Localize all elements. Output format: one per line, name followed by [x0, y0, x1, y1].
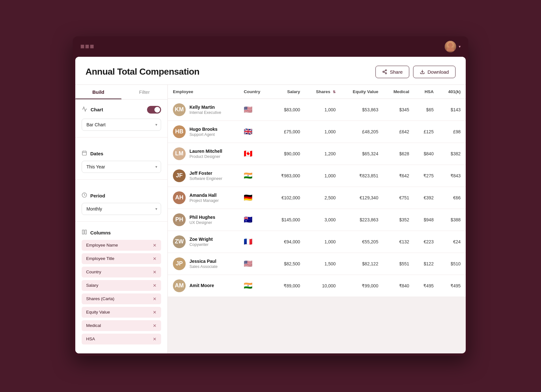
remove-medical[interactable]: ✕ — [153, 323, 157, 328]
col-header-country[interactable]: Country — [239, 85, 270, 99]
column-tag-salary: Salary ✕ — [82, 280, 161, 291]
svg-point-2 — [385, 73, 387, 74]
cell-medical-2: £642 — [383, 121, 414, 143]
cell-salary-4: ₹983,000 — [270, 165, 305, 187]
cell-salary-8: $82,500 — [270, 253, 305, 275]
table-area: Employee Country Salary Shares ⇅ — [168, 85, 466, 353]
app-window: ≡≡≡ ▾ Annual Total Compensation Share — [73, 36, 468, 356]
period-dropdown: Monthly Quarterly Annually ▾ — [82, 203, 161, 215]
emp-title-4: Software Engineer — [189, 176, 222, 181]
shares-sort-icon: ⇅ — [333, 90, 336, 94]
cell-equity-5: €129,340 — [341, 187, 383, 209]
chart-toggle-label: Chart — [82, 106, 103, 113]
remove-country[interactable]: ✕ — [153, 270, 157, 275]
col-header-employee[interactable]: Employee — [168, 85, 239, 99]
remove-shares[interactable]: ✕ — [153, 296, 157, 301]
table-row: KM Kelly Martin Internal Executive 🇺🇸 $8… — [168, 99, 466, 121]
cell-country-7: 🇫🇷 — [239, 231, 270, 253]
cell-employee-2: HB Hugo Brooks Support Agent — [168, 121, 239, 143]
table-row: PH Phil Hughes UX Designer 🇦🇺 $145,000 3… — [168, 209, 466, 231]
cell-salary-3: $90,000 — [270, 143, 305, 165]
sidebar-tabs: Build Filter — [75, 85, 167, 100]
cell-country-2: 🇬🇧 — [239, 121, 270, 143]
cell-country-9: 🇮🇳 — [239, 275, 270, 297]
col-header-salary[interactable]: Salary — [270, 85, 305, 99]
emp-avatar-8: JP — [173, 257, 186, 270]
period-select[interactable]: Monthly Quarterly Annually — [82, 203, 161, 215]
cell-salary-2: £75,000 — [270, 121, 305, 143]
cell-medical-9: ₹840 — [383, 275, 414, 297]
emp-avatar-4: JF — [173, 169, 186, 182]
cell-shares-6: 3,000 — [305, 209, 341, 231]
remove-hsa[interactable]: ✕ — [153, 337, 157, 342]
cell-country-5: 🇩🇪 — [239, 187, 270, 209]
col-header-medical[interactable]: Medical — [383, 85, 414, 99]
sidebar: Build Filter — [75, 85, 168, 353]
cell-equity-3: $65,324 — [341, 143, 383, 165]
cell-401k-6: $388 — [439, 209, 466, 231]
emp-avatar-7: ZW — [173, 235, 186, 248]
column-tag-employee-title: Employee Title ✕ — [82, 253, 161, 264]
cell-medical-8: $551 — [383, 253, 414, 275]
download-button[interactable]: Download — [413, 66, 456, 78]
page-title: Annual Total Compensation — [85, 67, 199, 77]
col-header-equity[interactable]: Equity Value — [341, 85, 383, 99]
cell-hsa-5: €392 — [414, 187, 439, 209]
svg-rect-12 — [85, 230, 86, 234]
app-logo: ≡≡≡ — [80, 42, 95, 51]
emp-name-8: Jessica Paul — [189, 259, 218, 264]
chart-toggle-row: Chart — [82, 106, 161, 114]
cell-country-8: 🇺🇸 — [239, 253, 270, 275]
tab-filter[interactable]: Filter — [122, 85, 168, 99]
cell-shares-1: 1,000 — [305, 99, 341, 121]
svg-rect-6 — [82, 151, 86, 155]
table-row: AM Amit Moore 🇮🇳 ₹89,000 10,000 ₹99,000 … — [168, 275, 466, 297]
cell-hsa-4: ₹275 — [414, 165, 439, 187]
cell-401k-5: €66 — [439, 187, 466, 209]
page-header: Annual Total Compensation Share Download — [75, 57, 466, 85]
cell-salary-9: ₹89,000 — [270, 275, 305, 297]
emp-title-5: Project Manager — [189, 198, 219, 203]
emp-flag-9: 🇮🇳 — [244, 282, 252, 290]
chart-toggle[interactable] — [147, 106, 161, 114]
cell-salary-1: $83,000 — [270, 99, 305, 121]
remove-equity[interactable]: ✕ — [153, 310, 157, 315]
svg-point-1 — [383, 71, 384, 72]
emp-flag-1: 🇺🇸 — [244, 106, 252, 114]
emp-avatar-1: KM — [173, 103, 186, 116]
cell-hsa-6: $948 — [414, 209, 439, 231]
divider-2 — [75, 179, 167, 180]
calendar-icon — [82, 150, 87, 157]
chart-type-select[interactable]: Bar Chart Line Chart Pie Chart — [82, 119, 161, 131]
cell-medical-3: $628 — [383, 143, 414, 165]
cell-employee-7: ZW Zoe Wright Copywriter — [168, 231, 239, 253]
cell-medical-1: $345 — [383, 99, 414, 121]
remove-salary[interactable]: ✕ — [153, 283, 157, 288]
remove-employee-name[interactable]: ✕ — [153, 243, 157, 248]
dates-select[interactable]: This Year Last Year Last 12 Months Custo… — [82, 161, 161, 173]
cell-employee-1: KM Kelly Martin Internal Executive — [168, 99, 239, 121]
cell-401k-2: £98 — [439, 121, 466, 143]
tab-build[interactable]: Build — [75, 85, 122, 99]
cell-employee-4: JF Jeff Foster Software Engineer — [168, 165, 239, 187]
emp-name-3: Lauren Mitchell — [189, 149, 222, 154]
share-button[interactable]: Share — [375, 66, 409, 78]
user-avatar[interactable] — [445, 41, 456, 52]
cell-401k-3: $382 — [439, 143, 466, 165]
column-tag-hsa: HSA ✕ — [82, 334, 161, 344]
emp-title-3: Product Designer — [189, 154, 222, 159]
user-menu-chevron[interactable]: ▾ — [459, 44, 461, 49]
cell-401k-4: ₹843 — [439, 165, 466, 187]
dates-label: Dates — [82, 150, 161, 157]
col-header-401k[interactable]: 401(k) — [439, 85, 466, 99]
cell-shares-4: 1,000 — [305, 165, 341, 187]
table-row: HB Hugo Brooks Support Agent 🇬🇧 £75,000 … — [168, 121, 466, 143]
column-tag-shares: Shares (Carta) ✕ — [82, 293, 161, 304]
remove-employee-title[interactable]: ✕ — [153, 256, 157, 261]
emp-avatar-5: AH — [173, 191, 186, 204]
main-content: Annual Total Compensation Share Download — [75, 57, 466, 353]
col-header-hsa[interactable]: HSA — [414, 85, 439, 99]
cell-country-6: 🇦🇺 — [239, 209, 270, 231]
col-header-shares[interactable]: Shares ⇅ — [305, 85, 341, 99]
emp-flag-2: 🇬🇧 — [244, 128, 252, 136]
